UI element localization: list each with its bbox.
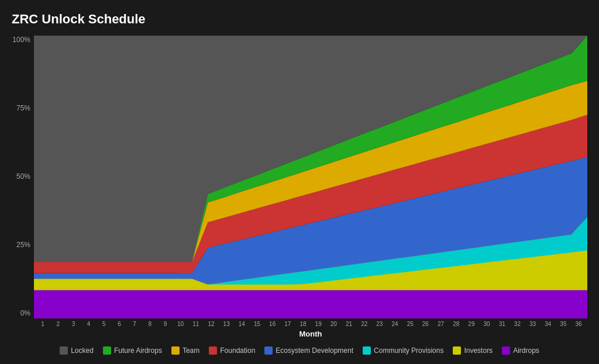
legend-item-locked: Locked bbox=[60, 346, 94, 355]
x-labels: 1 2 3 4 5 6 7 8 9 10 11 12 13 14 15 16 1… bbox=[34, 321, 587, 327]
x-label-27: 27 bbox=[433, 321, 448, 327]
x-label-34: 34 bbox=[541, 321, 556, 327]
x-label-23: 23 bbox=[372, 321, 387, 327]
x-axis-area: 1 2 3 4 5 6 7 8 9 10 11 12 13 14 15 16 1… bbox=[12, 321, 587, 327]
x-label-5: 5 bbox=[97, 321, 112, 327]
legend-item-future-airdrops: Future Airdrops bbox=[103, 346, 162, 355]
legend-item-community: Community Provisions bbox=[363, 346, 443, 355]
legend-label-locked: Locked bbox=[71, 346, 94, 355]
x-label-26: 26 bbox=[418, 321, 433, 327]
x-label-31: 31 bbox=[494, 321, 510, 327]
x-label-28: 28 bbox=[449, 321, 464, 327]
x-label-20: 20 bbox=[326, 321, 341, 327]
x-label-22: 22 bbox=[357, 321, 372, 327]
x-label-30: 30 bbox=[479, 321, 494, 327]
legend-swatch-future-airdrops bbox=[103, 346, 111, 355]
x-label-24: 24 bbox=[387, 321, 402, 327]
x-label-35: 35 bbox=[556, 321, 571, 327]
x-label-12: 12 bbox=[204, 321, 219, 327]
x-label-6: 6 bbox=[112, 321, 127, 327]
x-label-4: 4 bbox=[81, 321, 97, 327]
chart-area: 100% 75% 50% 25% 0% bbox=[12, 36, 587, 338]
x-label-21: 21 bbox=[341, 321, 356, 327]
x-label-2: 2 bbox=[50, 321, 66, 327]
chart-container: ZRC Unlock Schedule 100% 75% 50% 25% 0% bbox=[0, 0, 599, 364]
legend-swatch-ecosystem bbox=[264, 346, 273, 355]
x-label-17: 17 bbox=[280, 321, 295, 327]
x-label-13: 13 bbox=[219, 321, 234, 327]
x-label-18: 18 bbox=[295, 321, 311, 327]
legend-label-ecosystem: Ecosystem Development bbox=[276, 346, 353, 355]
x-label-9: 9 bbox=[157, 321, 173, 327]
y-label-0: 0% bbox=[20, 309, 30, 317]
x-label-14: 14 bbox=[234, 321, 249, 327]
x-label-19: 19 bbox=[311, 321, 326, 327]
legend-label-team: Team bbox=[183, 346, 199, 355]
legend-label-investors: Investors bbox=[464, 346, 493, 355]
legend-item-foundation: Foundation bbox=[209, 346, 255, 355]
legend-item-ecosystem: Ecosystem Development bbox=[264, 346, 353, 355]
legend-swatch-locked bbox=[60, 346, 68, 355]
x-label-16: 16 bbox=[265, 321, 280, 327]
chart-with-yaxis: 100% 75% 50% 25% 0% bbox=[12, 36, 587, 318]
y-label-75: 75% bbox=[16, 104, 30, 112]
legend-swatch-community bbox=[363, 346, 371, 355]
legend-swatch-investors bbox=[453, 346, 461, 355]
legend-item-team: Team bbox=[171, 346, 199, 355]
legend-swatch-foundation bbox=[209, 346, 217, 355]
chart-svg-main bbox=[34, 36, 587, 318]
y-label-50: 50% bbox=[16, 172, 30, 181]
x-label-15: 15 bbox=[249, 321, 264, 327]
legend-swatch-team bbox=[171, 346, 180, 355]
x-label-3: 3 bbox=[66, 321, 81, 327]
svg-marker-14 bbox=[34, 290, 587, 318]
x-label-33: 33 bbox=[525, 321, 541, 327]
legend-item-airdrops: Airdrops bbox=[502, 346, 539, 355]
x-axis-title: Month bbox=[12, 330, 587, 338]
legend-item-investors: Investors bbox=[453, 346, 493, 355]
x-label-25: 25 bbox=[402, 321, 418, 327]
x-label-8: 8 bbox=[142, 321, 157, 327]
legend-label-airdrops: Airdrops bbox=[513, 346, 539, 355]
legend-label-foundation: Foundation bbox=[220, 346, 255, 355]
y-label-100: 100% bbox=[12, 36, 30, 44]
legend-label-community: Community Provisions bbox=[374, 346, 443, 355]
x-label-1: 1 bbox=[35, 321, 50, 327]
x-label-10: 10 bbox=[173, 321, 188, 327]
x-label-11: 11 bbox=[188, 321, 204, 327]
x-label-29: 29 bbox=[464, 321, 479, 327]
chart-plot bbox=[34, 36, 587, 318]
legend: Locked Future Airdrops Team Foundation E… bbox=[12, 343, 587, 358]
x-label-36: 36 bbox=[571, 321, 586, 327]
y-label-25: 25% bbox=[16, 241, 30, 249]
x-label-7: 7 bbox=[127, 321, 142, 327]
legend-swatch-airdrops bbox=[502, 346, 510, 355]
legend-label-future-airdrops: Future Airdrops bbox=[114, 346, 162, 355]
x-label-32: 32 bbox=[510, 321, 525, 327]
chart-title: ZRC Unlock Schedule bbox=[12, 12, 587, 27]
y-axis: 100% 75% 50% 25% 0% bbox=[12, 36, 34, 318]
